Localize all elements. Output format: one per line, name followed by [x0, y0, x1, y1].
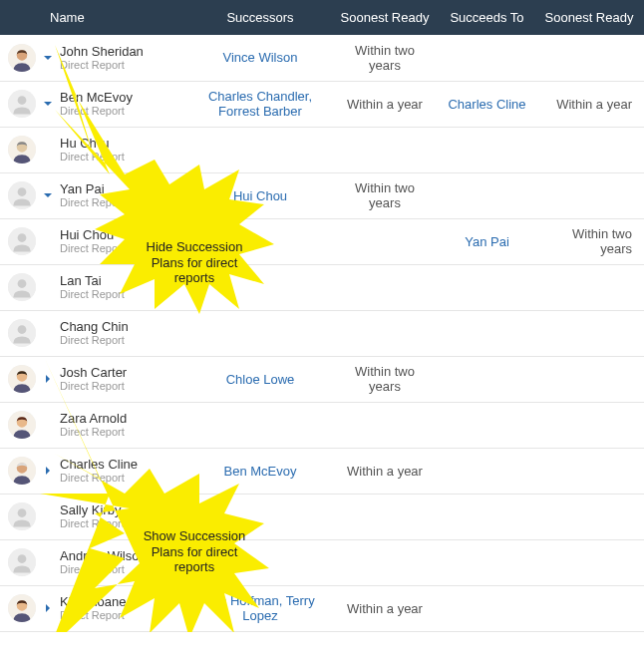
table-row: Hui ChouDirect ReportYan PaiWithin two y…	[0, 218, 644, 264]
employee-role: Direct Report	[60, 59, 144, 71]
employee-name[interactable]: Charles Cline	[60, 458, 138, 472]
col-header-successors[interactable]: Successors	[190, 0, 330, 35]
employee-name[interactable]: Ben McEvoy	[60, 91, 133, 105]
table-row: Ben McEvoyDirect ReportCharles Chandler,…	[0, 81, 644, 127]
col-header-soonest-ready-1[interactable]: Soonest Ready	[330, 0, 440, 35]
chevron-right-icon[interactable]	[42, 465, 54, 477]
employee-name[interactable]: Lan Tai	[60, 274, 125, 288]
soonest-ready-1: Within two years	[355, 43, 415, 73]
soonest-ready-1: Within a year	[347, 601, 423, 616]
avatar[interactable]	[8, 273, 36, 301]
employee-name[interactable]: Josh Carter	[60, 366, 127, 380]
avatar[interactable]	[8, 181, 36, 209]
employee-role: Direct Report	[60, 609, 126, 621]
employee-role: Direct Report	[60, 380, 127, 392]
successor-link[interactable]: Jen Hoffman, Terry Lopez	[198, 593, 322, 623]
employee-role: Direct Report	[60, 196, 125, 208]
successor-link[interactable]: Vince Wilson	[198, 50, 322, 65]
employee-role: Direct Report	[60, 242, 125, 254]
chevron-right-icon[interactable]	[42, 373, 54, 385]
employee-role: Direct Report	[60, 151, 125, 163]
chevron-down-icon[interactable]	[42, 98, 54, 110]
avatar[interactable]	[8, 90, 36, 118]
chevron-right-icon[interactable]	[42, 602, 54, 614]
table-row: Andrew WilsonDirect Report	[0, 539, 644, 585]
avatar[interactable]	[8, 227, 36, 255]
successor-link[interactable]: Charles Chandler, Forrest Barber	[198, 89, 322, 119]
avatar[interactable]	[8, 44, 36, 72]
soonest-ready-1: Within a year	[347, 464, 423, 479]
svg-point-11	[18, 279, 27, 288]
successor-link[interactable]: Chloe Lowe	[198, 372, 322, 387]
avatar[interactable]	[8, 319, 36, 347]
table-row: Zara ArnoldDirect Report	[0, 402, 644, 448]
svg-point-7	[18, 187, 27, 196]
soonest-ready-1: Within two years	[355, 180, 415, 210]
avatar[interactable]	[8, 457, 36, 485]
avatar[interactable]	[8, 411, 36, 439]
table-row: Chang ChinDirect Report	[0, 310, 644, 356]
employee-role: Direct Report	[60, 105, 133, 117]
successor-link[interactable]: Hui Chou	[198, 188, 322, 203]
employee-name[interactable]: Sally Kirby	[60, 503, 125, 517]
table-row: Yan PaiDirect ReportHui ChouWithin two y…	[0, 172, 644, 218]
table-row: Sally KirbyDirect Report	[0, 494, 644, 539]
soonest-ready-2: Within two years	[572, 226, 632, 256]
soonest-ready-1: Within two years	[355, 364, 415, 394]
svg-point-13	[18, 325, 27, 334]
col-header-name[interactable]: Name	[0, 0, 190, 35]
employee-name[interactable]: Zara Arnold	[60, 412, 127, 426]
table-row: Josh CarterDirect ReportChloe LoweWithin…	[0, 356, 644, 402]
succeeds-to-link[interactable]: Yan Pai	[448, 234, 526, 249]
employee-role: Direct Report	[60, 334, 129, 346]
col-header-succeeds-to[interactable]: Succeeds To	[440, 0, 534, 35]
soonest-ready-1: Within a year	[347, 97, 423, 112]
employee-name[interactable]: Hui Chou	[60, 228, 125, 242]
employee-name[interactable]: Yan Pai	[60, 182, 125, 196]
avatar[interactable]	[8, 365, 36, 393]
succession-table: Name Successors Soonest Ready Succeeds T…	[0, 0, 644, 632]
succeeds-to-link[interactable]: Charles Cline	[448, 97, 526, 112]
table-row: John SheridanDirect ReportVince WilsonWi…	[0, 35, 644, 81]
svg-point-3	[18, 96, 27, 105]
table-row: Lan TaiDirect Report	[0, 264, 644, 310]
soonest-ready-2: Within a year	[556, 97, 632, 112]
avatar[interactable]	[8, 502, 36, 530]
svg-point-23	[18, 554, 27, 563]
table-row: Charles ClineDirect ReportBen McEvoyWith…	[0, 448, 644, 494]
table-row: Hu Ch'iuDirect Report	[0, 127, 644, 172]
avatar[interactable]	[8, 136, 36, 164]
employee-name[interactable]: Chang Chin	[60, 320, 129, 334]
employee-role: Direct Report	[60, 426, 127, 438]
employee-role: Direct Report	[60, 288, 125, 300]
svg-point-21	[18, 508, 27, 517]
employee-role: Direct Report	[60, 472, 138, 484]
employee-name[interactable]: John Sheridan	[60, 45, 144, 59]
col-header-soonest-ready-2[interactable]: Soonest Ready	[534, 0, 644, 35]
employee-name[interactable]: Andrew Wilson	[60, 549, 147, 563]
employee-role: Direct Report	[60, 517, 125, 529]
svg-point-9	[18, 233, 27, 242]
successor-link[interactable]: Ben McEvoy	[198, 464, 322, 479]
employee-role: Direct Report	[60, 563, 147, 575]
table-row: Kim SloaneDirect ReportJen Hoffman, Terr…	[0, 585, 644, 631]
chevron-down-icon[interactable]	[42, 52, 54, 64]
avatar[interactable]	[8, 594, 36, 622]
avatar[interactable]	[8, 548, 36, 576]
employee-name[interactable]: Hu Ch'iu	[60, 137, 125, 151]
table-header: Name Successors Soonest Ready Succeeds T…	[0, 0, 644, 35]
employee-name[interactable]: Kim Sloane	[60, 595, 126, 609]
chevron-down-icon[interactable]	[42, 189, 54, 201]
